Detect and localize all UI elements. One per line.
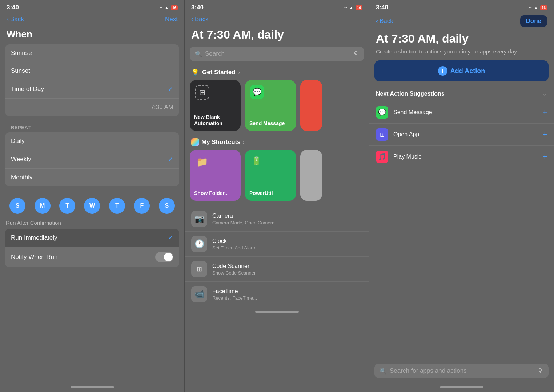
done-button[interactable]: Done [520, 15, 547, 27]
status-time-1: 3:40 [7, 4, 19, 11]
suggestion-music-icon: 🎵 [376, 151, 388, 163]
status-bar-2: 3:40 ▪▪ ▲ 16 [185, 0, 369, 14]
powerutil-card[interactable]: 🔋 PowerUtil [245, 150, 296, 201]
signal-icon-2: ▪▪ [344, 5, 347, 10]
day-thu[interactable]: T [109, 198, 125, 214]
back-button-1[interactable]: ‹ Back [7, 15, 24, 23]
my-shortcuts-header[interactable]: My Shortcuts › [185, 137, 369, 150]
home-indicator-1 [0, 382, 184, 392]
clock-sub: Set Timer, Add Alarm [212, 245, 362, 251]
suggestion-openapp-icon: ⊞ [376, 128, 388, 141]
back-button-3[interactable]: ‹ Back [376, 17, 393, 25]
panel3-title: At 7:30 AM, daily [369, 30, 554, 48]
day-sun[interactable]: S [9, 198, 25, 214]
bottom-search-icon: 🔍 [380, 368, 387, 375]
panel-add-action: 3:40 ▪▪ ▲ 16 ‹ Back Done At 7:30 AM, dai… [369, 0, 554, 392]
home-bar-3 [440, 386, 483, 388]
status-bar-3: 3:40 ▪▪ ▲ 16 [369, 0, 554, 14]
list-item-sunrise[interactable]: Sunrise [5, 44, 179, 62]
run-immediately-label: Run Immediately [11, 234, 57, 241]
send-message-label: Send Message [249, 120, 292, 127]
wifi-icon-1: ▲ [164, 5, 169, 11]
back-button-2[interactable]: ‹ Back [191, 15, 209, 23]
suggestion-message-icon: 💬 [376, 106, 388, 119]
clock-app-icon: 🕐 [191, 236, 207, 252]
day-mon[interactable]: M [35, 198, 51, 214]
suggestion-play-music[interactable]: 🎵 Play Music + [369, 146, 554, 168]
shortcuts-rainbow-icon [191, 138, 199, 146]
app-clock[interactable]: 🕐 Clock Set Timer, Add Alarm [185, 232, 369, 257]
day-wed[interactable]: W [84, 198, 100, 214]
new-blank-automation-card[interactable]: ⊞ New Blank Automation [190, 80, 241, 131]
back-label-3: Back [380, 17, 393, 25]
camera-app-info: Camera Camera Mode, Open Camera... [212, 213, 362, 225]
chevron-left-icon-3: ‹ [376, 17, 378, 25]
partial-card[interactable] [300, 80, 322, 131]
list-item-weekly[interactable]: Weekly ✓ [5, 150, 179, 169]
next-button[interactable]: Next [165, 16, 178, 23]
search-icon: 🔍 [195, 51, 202, 57]
repeat-options-list: Daily Weekly ✓ Monthly [5, 132, 179, 186]
suggestions-header: Next Action Suggestions ⌄ [369, 89, 554, 101]
suggestion-add-open[interactable]: + [542, 130, 547, 139]
checkmark-run-immediately: ✓ [168, 234, 173, 241]
code-scanner-name: Code Scanner [212, 263, 362, 269]
facetime-name: FaceTime [212, 288, 362, 295]
when-title: When [0, 26, 184, 44]
status-icons-2: ▪▪ ▲ 16 [344, 5, 362, 11]
signal-icon-1: ▪▪ [160, 5, 162, 10]
list-item-monthly[interactable]: Monthly [5, 169, 179, 186]
panel3-subtitle: Create a shortcut to actions you do in y… [369, 48, 554, 60]
nav-bar-2: ‹ Back [185, 14, 369, 26]
bottom-search-bar[interactable]: 🔍 Search for apps and actions 🎙 [374, 364, 549, 378]
status-icons-3: ▪▪ ▲ 16 [529, 5, 547, 11]
status-time-3: 3:40 [376, 4, 388, 11]
run-after-label: Run After Confirmation [5, 218, 179, 229]
suggestion-open-app[interactable]: ⊞ Open App + [369, 124, 554, 146]
notify-toggle[interactable] [155, 252, 173, 262]
app-facetime[interactable]: 📹 FaceTime Recents, FaceTime... [185, 282, 369, 307]
checkmark-icon-timeofday: ✓ [168, 85, 173, 93]
back-label-2: Back [195, 16, 209, 23]
run-section: Run After Confirmation Run Immediately ✓… [5, 218, 179, 267]
wifi-icon-3: ▲ [534, 5, 538, 11]
list-item-sunset[interactable]: Sunset [5, 62, 179, 80]
facetime-sub: Recents, FaceTime... [212, 295, 362, 301]
chevron-left-icon-2: ‹ [191, 15, 193, 23]
app-code-scanner[interactable]: ⊞ Code Scanner Show Code Scanner [185, 257, 369, 282]
show-folder-label: Show Folder... [194, 190, 236, 196]
app-camera[interactable]: 📷 Camera Camera Mode, Open Camera... [185, 207, 369, 232]
battery-icon: 🔋 [252, 156, 261, 166]
suggestions-chevron-icon[interactable]: ⌄ [542, 90, 547, 97]
day-sat[interactable]: S [159, 198, 175, 214]
sunrise-label: Sunrise [11, 49, 32, 57]
search-bar[interactable]: 🔍 Search 🎙 [190, 47, 364, 61]
notify-when-run-item[interactable]: Notify When Run [5, 247, 179, 267]
suggestion-add-send[interactable]: + [542, 108, 547, 117]
panel1-content: When Sunrise Sunset Time of Day ✓ 7:30 A… [0, 26, 184, 382]
mic-icon[interactable]: 🎙 [353, 51, 359, 57]
send-message-card[interactable]: 💬 Send Message [245, 80, 296, 131]
add-action-label: Add Action [450, 67, 485, 75]
day-fri[interactable]: F [134, 198, 150, 214]
facetime-app-icon: 📹 [191, 286, 207, 302]
panel3-content: At 7:30 AM, daily Create a shortcut to a… [369, 30, 554, 382]
partial-card-2[interactable] [300, 150, 322, 201]
list-item-daily[interactable]: Daily [5, 132, 179, 150]
suggestion-send-message[interactable]: 💬 Send Message + [369, 101, 554, 124]
list-item-timeofday[interactable]: Time of Day ✓ [5, 80, 179, 99]
run-list: Run Immediately ✓ Notify When Run [5, 229, 179, 267]
status-icons-1: ▪▪ ▲ 16 [160, 5, 178, 11]
show-folder-card[interactable]: 📁 Show Folder... [190, 150, 241, 201]
add-action-button[interactable]: + Add Action [374, 60, 549, 81]
bottom-mic-icon[interactable]: 🎙 [538, 368, 543, 374]
run-immediately-item[interactable]: Run Immediately ✓ [5, 229, 179, 247]
nav-bar-3: ‹ Back Done [369, 14, 554, 30]
day-tue[interactable]: T [59, 198, 75, 214]
get-started-header[interactable]: 💡 Get Started › [185, 67, 369, 80]
code-scanner-sub: Show Code Scanner [212, 270, 362, 276]
blank-automation-icon: ⊞ [195, 85, 209, 100]
suggestion-add-music[interactable]: + [542, 152, 547, 161]
sunset-label: Sunset [11, 67, 30, 75]
list-item-time-value[interactable]: 7:30 AM [5, 99, 179, 116]
